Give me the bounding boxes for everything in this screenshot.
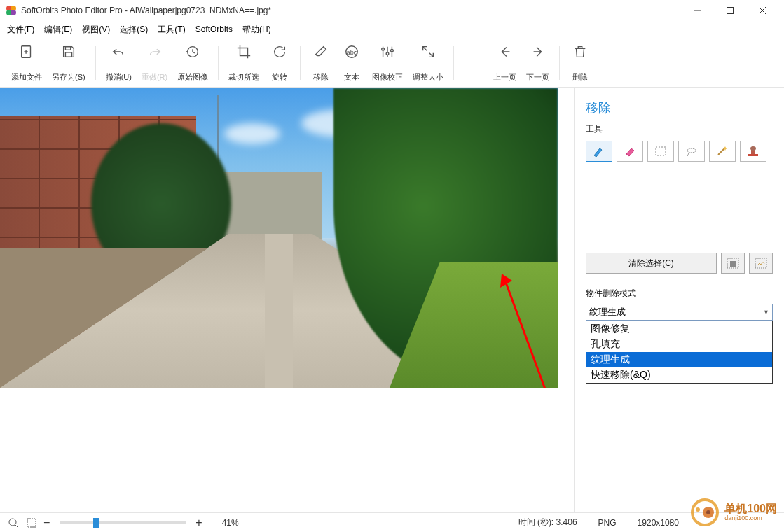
original-image-button[interactable]: 原始图像 [173,42,212,84]
zoom-slider[interactable] [60,522,186,524]
separator [95,46,96,80]
chevron-down-icon: ▼ [763,309,769,316]
mode-dropdown: 图像修复 孔填充 纹理生成 快速移除(&Q) [586,321,773,384]
titlebar: SoftOrbits Photo Editor Pro - AIWallpape… [0,0,784,21]
eraser-tool[interactable] [617,141,643,162]
svg-rect-22 [656,147,666,155]
panel-title: 移除 [586,99,773,116]
svg-point-21 [391,49,394,52]
zoom-value: 41% [222,518,239,528]
menu-file[interactable]: 文件(F) [7,24,34,36]
svg-rect-5 [727,8,734,14]
crop-icon [236,43,252,60]
lasso-tool[interactable] [678,141,705,162]
menu-softorbits[interactable]: SoftOrbits [195,24,233,34]
svg-rect-27 [730,261,736,267]
window-title: SoftOrbits Photo Editor Pro - AIWallpape… [21,6,682,15]
zoom-in-button[interactable]: + [195,517,202,529]
add-file-button[interactable]: 添加文件 [7,42,46,84]
save-as-button[interactable]: 另存为(S) [48,42,90,84]
trash-icon [572,43,588,60]
menu-help[interactable]: 帮助(H) [242,24,271,36]
statusbar: − + 41% 时间 (秒): 3.406 PNG 1920x1080 [0,512,784,532]
format-label: PNG [598,518,617,528]
minimize-button[interactable] [682,0,714,21]
app-logo-icon [6,5,17,16]
svg-point-35 [696,507,700,512]
redo-button[interactable]: 重做(R) [137,42,172,84]
close-button[interactable] [746,0,778,21]
svg-rect-31 [27,519,36,527]
side-panel: 移除 工具 清除选择(C) 物件删除模式 纹理生成 ▼ 图像修复 孔填充 纹理生… [574,88,784,512]
undo-icon [111,43,126,60]
rotate-button[interactable]: 旋转 [265,42,294,84]
rotate-icon [272,43,287,60]
eraser-icon [313,43,329,60]
tool-row [586,141,773,162]
remove-button[interactable]: 移除 [306,42,336,84]
separator [559,46,560,80]
watermark: 单机100网 danji100.com [689,497,777,528]
option-hole-fill[interactable]: 孔填充 [586,337,772,352]
load-selection-button[interactable] [749,253,773,274]
option-image-repair[interactable]: 图像修复 [586,321,772,337]
next-button[interactable]: 下一页 [522,42,553,84]
menubar: 文件(F) 编辑(E) 视图(V) 选择(S) 工具(T) SoftOrbits… [0,21,784,38]
correction-button[interactable]: 图像校正 [368,42,407,84]
undo-button[interactable]: 撤消(U) [102,42,136,84]
combo-value: 纹理生成 [589,306,626,318]
toolbar: 添加文件 另存为(S) 撤消(U) 重做(R) 原始图像 裁切所选 旋转 移除 … [0,38,784,88]
zoom-out-button[interactable]: − [43,517,50,529]
canvas-area[interactable] [0,88,574,512]
crop-button[interactable]: 裁切所选 [224,42,263,84]
svg-rect-28 [755,258,766,268]
svg-point-19 [382,48,385,50]
magic-wand-tool[interactable] [709,141,736,162]
save-icon [61,43,76,60]
menu-select[interactable]: 选择(S) [120,24,148,36]
menu-view[interactable]: 视图(V) [82,24,110,36]
watermark-name: 单机100网 [724,503,777,514]
menu-tools[interactable]: 工具(T) [158,24,185,36]
svg-rect-12 [65,52,71,56]
stamp-tool[interactable] [740,141,766,162]
arrow-right-icon [530,43,546,60]
maximize-button[interactable] [714,0,746,21]
resize-icon [420,43,436,60]
mode-label: 物件删除模式 [586,288,773,300]
save-selection-button[interactable] [721,253,745,274]
sliders-icon [380,43,395,60]
svg-point-25 [750,146,756,150]
svg-point-3 [11,10,16,15]
text-button[interactable]: abc文本 [337,42,366,84]
svg-point-29 [9,519,16,526]
mode-combobox[interactable]: 纹理生成 ▼ [586,304,773,321]
svg-line-30 [15,525,18,528]
dimensions-label: 1920x1080 [638,518,679,528]
menu-edit[interactable]: 编辑(E) [44,24,72,36]
marker-tool[interactable] [586,141,612,162]
add-file-icon [19,43,34,60]
clear-selection-button[interactable]: 清除选择(C) [586,253,717,274]
option-quick-remove[interactable]: 快速移除(&Q) [586,368,772,383]
svg-point-20 [386,52,389,55]
image-preview[interactable] [0,88,558,388]
time-label: 时间 (秒): [518,517,554,527]
watermark-url: danji100.com [724,514,777,522]
resize-button[interactable]: 调整大小 [408,42,448,84]
separator [218,46,219,80]
slider-thumb[interactable] [93,518,99,528]
zoom-tool-icon[interactable] [7,517,20,529]
option-texture-gen[interactable]: 纹理生成 [586,352,772,368]
svg-rect-11 [65,46,70,50]
redo-icon [147,43,163,60]
prev-button[interactable]: 上一页 [489,42,521,84]
arrow-left-icon [497,43,513,60]
svg-rect-23 [748,154,758,156]
text-icon: abc [344,43,359,60]
separator [300,46,301,80]
fit-screen-icon[interactable] [25,517,38,529]
rect-select-tool[interactable] [647,141,674,162]
svg-text:abc: abc [347,48,357,55]
delete-button[interactable]: 删除 [565,42,595,84]
